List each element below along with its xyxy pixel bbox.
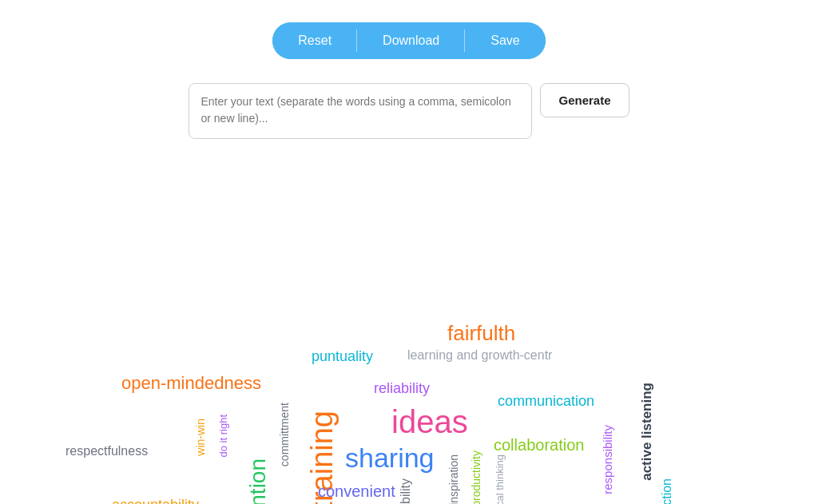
reset-button[interactable]: Reset bbox=[272, 22, 357, 59]
word-23: accountability bbox=[112, 497, 199, 504]
download-button[interactable]: Download bbox=[357, 22, 465, 59]
word-4: reliability bbox=[374, 380, 430, 397]
word-6: ideas bbox=[391, 404, 468, 440]
word-8: win-win bbox=[194, 419, 207, 456]
word-2: puntuality bbox=[312, 348, 373, 365]
word-21: flexibility bbox=[399, 478, 413, 504]
word-1: learning and growth-centr bbox=[407, 348, 552, 363]
generate-button[interactable]: Generate bbox=[540, 83, 629, 117]
word-5: communication bbox=[498, 393, 594, 410]
word-16: productivity bbox=[470, 450, 482, 504]
word-19: active listening bbox=[639, 383, 655, 481]
word-20: convenient bbox=[318, 482, 395, 501]
word-12: respectfulness bbox=[66, 444, 148, 458]
word-17: critical thinking bbox=[494, 454, 506, 504]
word-10: committment bbox=[278, 403, 291, 466]
word-cloud: fairfulthlearning and growth-centrpuntua… bbox=[0, 147, 818, 458]
word-9: do it right bbox=[217, 415, 229, 457]
word-25: connection bbox=[660, 478, 674, 504]
word-15: inspiration bbox=[447, 454, 460, 504]
word-11: sharing bbox=[345, 442, 435, 474]
text-input[interactable] bbox=[189, 83, 532, 139]
action-buttons-group: Reset Download Save bbox=[272, 22, 545, 59]
top-bar: Reset Download Save bbox=[0, 0, 818, 75]
word-13: collaboration bbox=[494, 436, 584, 454]
word-0: fairfulth bbox=[447, 321, 515, 346]
save-button[interactable]: Save bbox=[465, 22, 545, 59]
word-18: responsibility bbox=[601, 425, 614, 494]
word-3: open-mindedness bbox=[121, 373, 261, 394]
input-row: Generate bbox=[0, 75, 818, 139]
word-14: attention bbox=[245, 458, 271, 504]
